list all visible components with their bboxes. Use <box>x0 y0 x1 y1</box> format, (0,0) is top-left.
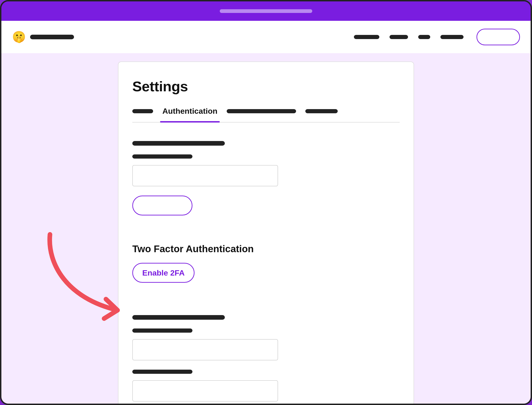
window-drag-handle[interactable] <box>220 9 312 13</box>
section-2 <box>132 315 400 402</box>
tfa-heading: Two Factor Authentication <box>132 243 400 255</box>
nav-link-1[interactable] <box>354 35 379 39</box>
nav-link-4[interactable] <box>440 35 464 39</box>
section-1-field-1-label-redacted <box>132 155 192 159</box>
brand-name-redacted <box>30 35 74 39</box>
header-nav <box>354 35 464 39</box>
section-1-heading-redacted <box>132 141 225 146</box>
brand-emoji-icon: 🤫 <box>12 31 26 42</box>
brand[interactable]: 🤫 <box>12 31 74 42</box>
settings-panel: Settings Authentication Two <box>118 61 414 405</box>
tab-4[interactable] <box>305 109 338 120</box>
tab-1[interactable] <box>132 109 153 120</box>
section-1-action-button[interactable] <box>132 196 192 216</box>
content-area: Settings Authentication Two <box>1 53 531 404</box>
page-title: Settings <box>132 78 400 94</box>
section-1-field-1-input[interactable] <box>132 165 278 186</box>
tab-authentication[interactable]: Authentication <box>162 107 218 122</box>
app-header: 🤫 <box>1 21 531 53</box>
section-2-heading-redacted <box>132 315 225 320</box>
section-1 <box>132 141 400 216</box>
tab-3[interactable] <box>227 109 296 120</box>
enable-2fa-button[interactable]: Enable 2FA <box>132 263 195 283</box>
section-2-field-1-input[interactable] <box>132 339 278 360</box>
window-titlebar <box>1 1 531 21</box>
settings-tabs: Authentication <box>132 107 400 122</box>
section-2-field-2-input[interactable] <box>132 380 278 402</box>
app-window: 🤫 Settings <box>0 0 532 405</box>
nav-link-2[interactable] <box>389 35 408 39</box>
header-cta-button[interactable] <box>477 29 520 45</box>
nav-link-3[interactable] <box>418 35 430 39</box>
section-2-field-2-label-redacted <box>132 370 192 374</box>
section-2-field-1-label-redacted <box>132 329 192 333</box>
